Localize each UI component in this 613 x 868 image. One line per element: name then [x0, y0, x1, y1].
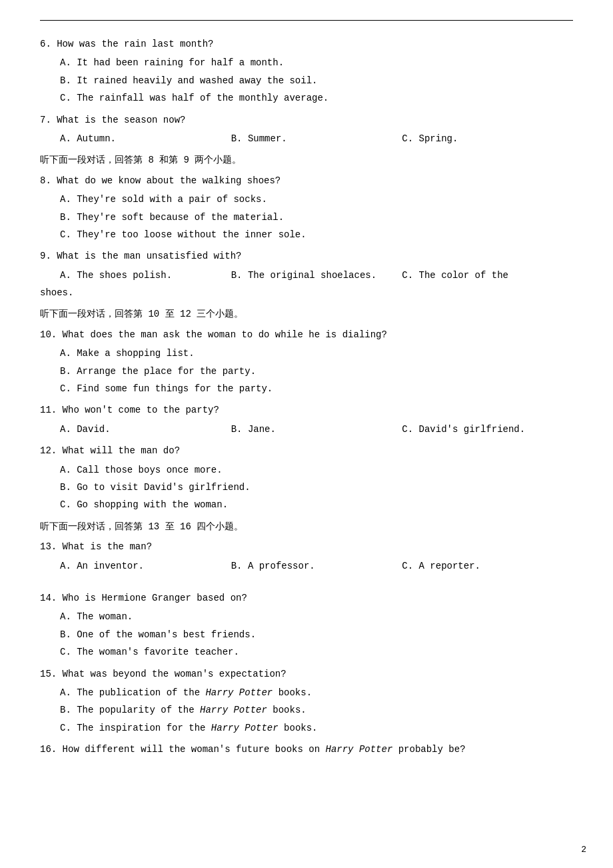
inline-option: A. Autumn. [60, 131, 231, 146]
question-block: 6. How was the rain last month?A. It had… [40, 37, 573, 106]
inline-option: B. A professor. [231, 559, 402, 573]
question-block: 11. Who won't come to the party?A. David… [40, 403, 573, 437]
question-title: 7. What is the season now? [40, 113, 573, 127]
option: C. They're too loose without the inner s… [60, 227, 573, 242]
inline-option: B. Jane. [231, 422, 402, 437]
inline-options: A. David.B. Jane.C. David's girlfriend. [60, 422, 573, 437]
option: A. The publication of the Harry Potter b… [60, 685, 573, 700]
option: B. Arrange the place for the party. [60, 364, 573, 379]
inline-options: A. Autumn.B. Summer.C. Spring. [60, 131, 573, 146]
question-title: 9. What is the man unsatisfied with? [40, 249, 573, 263]
page: 6. How was the rain last month?A. It had… [0, 0, 613, 868]
question-title: 6. How was the rain last month? [40, 37, 573, 51]
option: B. They're soft because of the material. [60, 210, 573, 225]
question-title: 11. Who won't come to the party? [40, 403, 573, 417]
option: A. It had been raining for half a month. [60, 55, 573, 70]
inline-options: A. An inventor.B. A professor.C. A repor… [60, 559, 573, 573]
option: C. The woman's favorite teacher. [60, 645, 573, 659]
page-number: 2 [581, 845, 586, 855]
question-block: 13. What is the man?A. An inventor.B. A … [40, 539, 573, 573]
inline-option: B. The original shoelaces. [231, 268, 402, 283]
option: C. Go shopping with the woman. [60, 497, 573, 512]
option: B. Go to visit David's girlfriend. [60, 480, 573, 495]
question-title: 13. What is the man? [40, 539, 573, 554]
question-title: 16. How different will the woman's futur… [40, 742, 573, 757]
question-title: 15. What was beyond the woman's expectat… [40, 667, 573, 681]
question-block: 9. What is the man unsatisfied with?A. T… [40, 249, 573, 300]
inline-option: A. The shoes polish. [60, 268, 231, 283]
option: A. Make a shopping list. [60, 346, 573, 361]
inline-option: C. The color of the [402, 268, 573, 283]
option: A. They're sold with a pair of socks. [60, 192, 573, 207]
section-instruction: 听下面一段对话，回答第 10 至 12 三个小题。 [40, 307, 573, 321]
question-title: 14. Who is Hermione Granger based on? [40, 591, 573, 605]
option: C. Find some fun things for the party. [60, 381, 573, 396]
option: B. It rained heavily and washed away the… [60, 73, 573, 88]
inline-option: B. Summer. [231, 131, 402, 146]
option: B. One of the woman's best friends. [60, 627, 573, 642]
inline-option: A. An inventor. [60, 559, 231, 573]
inline-option: C. Spring. [402, 131, 573, 146]
question-block: 8. What do we know about the walking sho… [40, 173, 573, 243]
content-area: 6. How was the rain last month?A. It had… [40, 37, 573, 757]
section-instruction: 听下面一段对话，回答第 13 至 16 四个小题。 [40, 519, 573, 534]
option-continuation: shoes. [40, 285, 573, 300]
inline-option: C. A reporter. [402, 559, 573, 573]
question-block: 12. What will the man do?A. Call those b… [40, 443, 573, 513]
option: A. The woman. [60, 609, 573, 624]
top-divider [40, 20, 573, 21]
question-block: 15. What was beyond the woman's expectat… [40, 667, 573, 736]
question-block: 7. What is the season now?A. Autumn.B. S… [40, 113, 573, 147]
option: C. The rainfall was half of the monthly … [60, 91, 573, 105]
question-title: 12. What will the man do? [40, 443, 573, 458]
inline-option: A. David. [60, 422, 231, 437]
option: C. The inspiration for the Harry Potter … [60, 721, 573, 735]
option: A. Call those boys once more. [60, 463, 573, 477]
inline-option: C. David's girlfriend. [402, 422, 573, 437]
inline-options: A. The shoes polish.B. The original shoe… [60, 268, 573, 283]
question-block: 16. How different will the woman's futur… [40, 742, 573, 757]
option: B. The popularity of the Harry Potter bo… [60, 703, 573, 717]
question-title: 8. What do we know about the walking sho… [40, 173, 573, 188]
question-block: 14. Who is Hermione Granger based on?A. … [40, 591, 573, 660]
question-title: 10. What does the man ask the woman to d… [40, 327, 573, 342]
spacer [40, 580, 573, 591]
question-block: 10. What does the man ask the woman to d… [40, 327, 573, 397]
section-instruction: 听下面一段对话，回答第 8 和第 9 两个小题。 [40, 153, 573, 167]
